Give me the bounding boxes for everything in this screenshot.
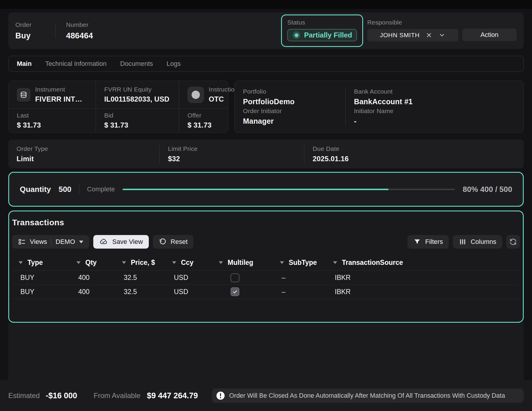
footer-bar: Estimated -$16 000 From Available $9 447… bbox=[0, 380, 532, 411]
from-available-label: From Available bbox=[94, 392, 140, 400]
quantity-progress-fill bbox=[123, 189, 389, 190]
estimated-label: Estimated bbox=[8, 392, 40, 400]
views-button-label: Views bbox=[30, 238, 47, 246]
order-side-field: Order Buy bbox=[15, 21, 32, 40]
views-icon bbox=[18, 238, 26, 246]
reset-button[interactable]: Reset bbox=[153, 235, 193, 249]
bank-account-value: BankAccount #1 bbox=[354, 97, 523, 106]
cell-source: IBKR bbox=[327, 274, 520, 282]
due-date-label: Due Date bbox=[313, 145, 524, 152]
offer-value: $ 31.73 bbox=[187, 121, 211, 129]
due-date-field: Due Date 2025.01.16 bbox=[304, 145, 524, 164]
columns-label: Columns bbox=[471, 238, 496, 246]
instrument-label: Instrument bbox=[35, 86, 82, 93]
tab-technical-information[interactable]: Technical Information bbox=[45, 60, 107, 68]
filters-button[interactable]: Filters bbox=[407, 235, 449, 249]
order-number-field: Number 486464 bbox=[66, 21, 93, 40]
multileg-checkbox[interactable] bbox=[231, 287, 239, 296]
offer-label: Offer bbox=[187, 112, 211, 119]
order-page: Order Buy Number 486464 Status Partially… bbox=[0, 12, 532, 323]
instruction-value: OTC bbox=[209, 95, 238, 103]
portfolio-label: Portfolio bbox=[243, 88, 345, 95]
table-row[interactable]: BUY 400 32.5 USD – IBKR bbox=[12, 285, 520, 299]
column-header-subtype[interactable]: SubType bbox=[273, 259, 327, 267]
status-dot-icon bbox=[293, 31, 300, 39]
instrument-field: Instrument FIVERR INT… bbox=[9, 81, 96, 108]
columns-button[interactable]: Columns bbox=[453, 235, 502, 249]
equity-label: FVRR UN Equity bbox=[104, 86, 169, 93]
bank-account-field: Bank Account BankAccount #1 bbox=[345, 87, 523, 107]
offer-price-field: Offer $ 31.73 bbox=[179, 109, 228, 133]
column-header-qty[interactable]: Qty bbox=[70, 259, 115, 267]
refresh-icon bbox=[509, 238, 517, 246]
tab-logs[interactable]: Logs bbox=[167, 60, 181, 68]
clear-responsible-icon[interactable] bbox=[425, 32, 433, 39]
action-button[interactable]: Action bbox=[462, 29, 517, 41]
order-header-card: Order Buy Number 486464 Status Partially… bbox=[8, 12, 524, 49]
sort-icon bbox=[333, 261, 337, 264]
save-view-button[interactable]: Save View bbox=[93, 235, 149, 249]
cell-qty: 400 bbox=[70, 288, 115, 296]
table-row[interactable]: BUY 400 32.5 USD – IBKR bbox=[12, 270, 520, 285]
cell-subtype: – bbox=[273, 288, 327, 296]
quantity-label: Quantity bbox=[20, 185, 51, 194]
cell-qty: 400 bbox=[70, 274, 115, 282]
instruction-field: Instruction OTC bbox=[179, 81, 238, 108]
column-header-multileg[interactable]: Multileg bbox=[212, 259, 273, 267]
number-label: Number bbox=[66, 21, 93, 28]
equity-field: FVRR UN Equity IL0011582033, USD bbox=[96, 81, 179, 108]
quantity-status-label: Complete bbox=[87, 185, 115, 193]
filters-label: Filters bbox=[425, 238, 443, 246]
views-selected-value: DEMO bbox=[56, 238, 75, 246]
views-select[interactable]: Views DEMO bbox=[12, 235, 89, 249]
status-value: Partially Filled bbox=[304, 31, 352, 39]
last-label: Last bbox=[17, 112, 41, 119]
chevron-down-icon[interactable] bbox=[438, 32, 445, 39]
last-price-field: Last $ 31.73 bbox=[9, 109, 96, 133]
sort-icon bbox=[219, 261, 223, 264]
column-header-type[interactable]: Type bbox=[12, 259, 70, 267]
transactions-highlight-box: Transactions Views DEMO bbox=[8, 211, 524, 323]
views-divider bbox=[51, 238, 51, 245]
order-initiator-field: Order Initiator Manager bbox=[235, 107, 345, 126]
bid-price-field: Bid $ 31.73 bbox=[96, 109, 179, 133]
cell-price: 32.5 bbox=[115, 288, 166, 296]
multileg-checkbox[interactable] bbox=[231, 273, 239, 282]
views-caret-icon bbox=[79, 241, 83, 243]
cloud-check-icon bbox=[99, 237, 108, 246]
quantity-value: 500 bbox=[58, 185, 71, 194]
status-label: Status bbox=[287, 19, 357, 26]
info-cards-row: Instrument FIVERR INT… FVRR UN Equity IL… bbox=[8, 81, 524, 133]
responsible-label: Responsible bbox=[367, 19, 458, 26]
filter-funnel-icon bbox=[413, 238, 421, 246]
column-header-price[interactable]: Price, $ bbox=[115, 259, 166, 267]
order-side-value: Buy bbox=[15, 31, 32, 40]
instrument-card-prices: Last $ 31.73 Bid $ 31.73 Offer $ 31.73 bbox=[9, 108, 228, 133]
order-number-value: 486464 bbox=[66, 31, 93, 40]
transactions-title: Transactions bbox=[9, 218, 523, 227]
last-value: $ 31.73 bbox=[17, 121, 41, 129]
tab-documents[interactable]: Documents bbox=[120, 60, 153, 68]
sort-icon bbox=[76, 261, 81, 264]
refresh-button[interactable] bbox=[506, 235, 520, 249]
responsible-select[interactable]: JOHN SMITH bbox=[367, 29, 458, 41]
top-chrome bbox=[0, 0, 532, 9]
tab-bar: Main Technical Information Documents Log… bbox=[8, 56, 524, 72]
due-date-value: 2025.01.16 bbox=[313, 155, 524, 163]
sort-icon bbox=[172, 261, 176, 264]
cell-type: BUY bbox=[12, 274, 70, 282]
order-label: Order bbox=[15, 21, 32, 28]
limit-price-label: Limit Price bbox=[168, 145, 304, 152]
bid-value: $ 31.73 bbox=[104, 121, 128, 129]
column-header-transactionsource[interactable]: TransactionSource bbox=[327, 259, 520, 267]
column-header-ccy[interactable]: Ccy bbox=[166, 259, 212, 267]
notice-banner: Order Will Be Closed As Done Automatical… bbox=[212, 389, 524, 403]
initiator-name-field: Initiator Name - bbox=[345, 107, 523, 126]
tab-main[interactable]: Main bbox=[17, 60, 32, 68]
bid-label: Bid bbox=[104, 112, 128, 119]
order-initiator-label: Order Initiator bbox=[243, 107, 345, 115]
portfolio-field: Portfolio PortfolioDemo bbox=[235, 87, 345, 107]
content-filler-panel bbox=[8, 323, 524, 380]
equity-value: IL0011582033, USD bbox=[104, 95, 169, 103]
status-badge: Partially Filled bbox=[287, 29, 357, 41]
